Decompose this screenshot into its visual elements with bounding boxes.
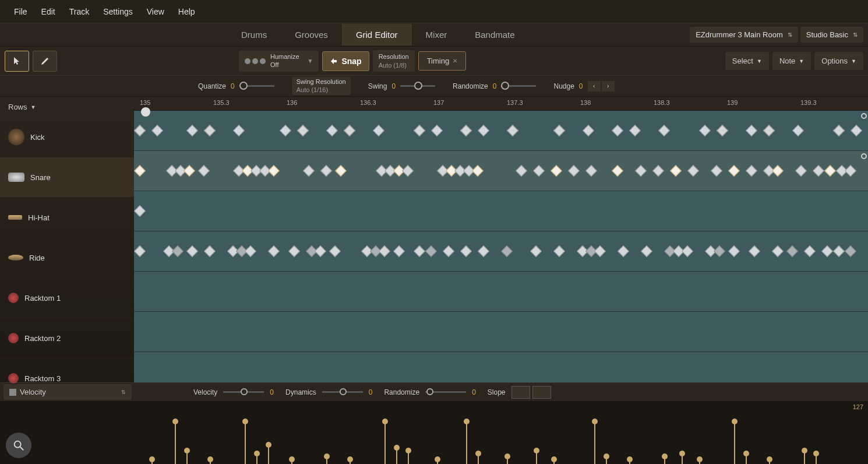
- velocity-stick[interactable]: [746, 454, 747, 464]
- midi-note[interactable]: [172, 245, 184, 257]
- midi-note[interactable]: [288, 245, 300, 257]
- velocity-stick[interactable]: [186, 451, 188, 464]
- midi-note[interactable]: [233, 125, 245, 136]
- velocity-stick[interactable]: [326, 456, 327, 464]
- lane-empty[interactable]: [134, 312, 868, 352]
- pencil-tool[interactable]: [33, 51, 57, 72]
- velocity-stick[interactable]: [268, 445, 269, 464]
- midi-note[interactable]: [460, 125, 472, 136]
- velocity-stick[interactable]: [507, 456, 508, 464]
- velocity-stick[interactable]: [384, 421, 386, 464]
- midi-note[interactable]: [151, 125, 163, 136]
- velocity-lane[interactable]: 127: [134, 401, 868, 464]
- midi-note[interactable]: [687, 165, 699, 177]
- velocity-stick[interactable]: [816, 454, 817, 464]
- menu-edit[interactable]: Edit: [34, 2, 62, 21]
- midi-note[interactable]: [833, 245, 845, 257]
- midi-note[interactable]: [303, 165, 315, 177]
- velocity-stick[interactable]: [553, 459, 555, 464]
- midi-note[interactable]: [845, 165, 856, 177]
- menu-track[interactable]: Track: [62, 2, 96, 21]
- midi-note[interactable]: [204, 245, 216, 257]
- midi-note[interactable]: [568, 165, 580, 177]
- midi-note[interactable]: [618, 245, 629, 257]
- midi-note[interactable]: [772, 245, 784, 257]
- midi-note[interactable]: [134, 165, 146, 177]
- quantize-param[interactable]: Quantize 0: [198, 82, 274, 90]
- tab-bandmate[interactable]: Bandmate: [461, 24, 528, 45]
- drum-row-snare[interactable]: Snare: [0, 157, 134, 198]
- velocity-stick[interactable]: [536, 451, 537, 464]
- midi-note[interactable]: [714, 245, 725, 257]
- room-dropdown[interactable]: EZdrummer 3 Main Room ⇅: [690, 27, 798, 43]
- velocity-stick[interactable]: [466, 421, 467, 464]
- midi-note[interactable]: [553, 125, 565, 136]
- lane-empty[interactable]: [134, 272, 868, 312]
- midi-note[interactable]: [682, 245, 693, 257]
- midi-note[interactable]: [813, 165, 824, 177]
- menu-file[interactable]: File: [7, 2, 34, 21]
- velocity-stick[interactable]: [408, 451, 409, 464]
- midi-note[interactable]: [717, 125, 728, 136]
- midi-note[interactable]: [629, 125, 641, 136]
- midi-note[interactable]: [414, 245, 425, 257]
- midi-note[interactable]: [186, 125, 198, 136]
- midi-note[interactable]: [763, 125, 775, 136]
- midi-note[interactable]: [553, 245, 565, 257]
- midi-note[interactable]: [530, 245, 542, 257]
- tab-grid-editor[interactable]: Grid Editor: [342, 24, 412, 45]
- midi-note[interactable]: [728, 245, 740, 257]
- midi-note[interactable]: [833, 125, 845, 136]
- velocity-stick[interactable]: [664, 456, 665, 464]
- nudge-right-button[interactable]: ›: [602, 81, 615, 92]
- midi-note[interactable]: [393, 245, 405, 257]
- midi-note[interactable]: [746, 125, 757, 136]
- midi-note[interactable]: [478, 245, 489, 257]
- timing-button[interactable]: Timing ✕: [418, 51, 467, 71]
- drum-row-hi-hat[interactable]: Hi-Hat: [0, 198, 134, 238]
- lane-empty[interactable]: [134, 352, 868, 382]
- randomize-slider[interactable]: [501, 85, 536, 87]
- midi-note[interactable]: [612, 165, 623, 177]
- midi-note[interactable]: [533, 165, 545, 177]
- zoom-button[interactable]: [6, 433, 31, 458]
- midi-note[interactable]: [425, 245, 437, 257]
- midi-note[interactable]: [402, 165, 414, 177]
- randomize-param[interactable]: Randomize 0: [453, 82, 536, 90]
- midi-note[interactable]: [635, 165, 647, 177]
- preset-dropdown[interactable]: Studio Basic ⇅: [800, 27, 863, 43]
- slope-up-button[interactable]: [532, 386, 551, 399]
- midi-note[interactable]: [326, 125, 338, 136]
- midi-note[interactable]: [460, 245, 472, 257]
- velocity-stick[interactable]: [245, 421, 246, 464]
- midi-note[interactable]: [344, 125, 355, 136]
- midi-note[interactable]: [245, 245, 256, 257]
- time-ruler[interactable]: 135135.3136136.3137137.3138138.3139139.3…: [134, 97, 868, 111]
- midi-note[interactable]: [335, 165, 347, 177]
- rows-dropdown[interactable]: Rows ▼: [0, 97, 134, 117]
- midi-note[interactable]: [821, 245, 833, 257]
- dynamics-control[interactable]: Dynamics 0: [285, 388, 372, 396]
- tab-mixer[interactable]: Mixer: [412, 24, 461, 45]
- midi-note[interactable]: [772, 165, 784, 177]
- lane-kick[interactable]: [134, 111, 868, 151]
- midi-note[interactable]: [652, 165, 664, 177]
- velocity-stick[interactable]: [437, 459, 438, 464]
- humanize-dropdown[interactable]: Humanize Off ▼: [239, 51, 319, 72]
- midi-note[interactable]: [728, 165, 740, 177]
- menu-view[interactable]: View: [140, 2, 171, 21]
- velocity-stick[interactable]: [769, 459, 770, 464]
- velocity-stick[interactable]: [210, 459, 211, 464]
- midi-note[interactable]: [184, 165, 195, 177]
- midi-note[interactable]: [198, 165, 210, 177]
- midi-note[interactable]: [786, 245, 798, 257]
- playhead[interactable]: [141, 107, 150, 117]
- midi-note[interactable]: [320, 165, 332, 177]
- midi-note[interactable]: [297, 125, 309, 136]
- midi-note[interactable]: [583, 125, 594, 136]
- midi-note[interactable]: [746, 165, 757, 177]
- midi-note[interactable]: [501, 245, 513, 257]
- velocity-stick[interactable]: [478, 454, 479, 464]
- velocity-stick[interactable]: [256, 454, 257, 464]
- velocity-stick[interactable]: [151, 459, 153, 464]
